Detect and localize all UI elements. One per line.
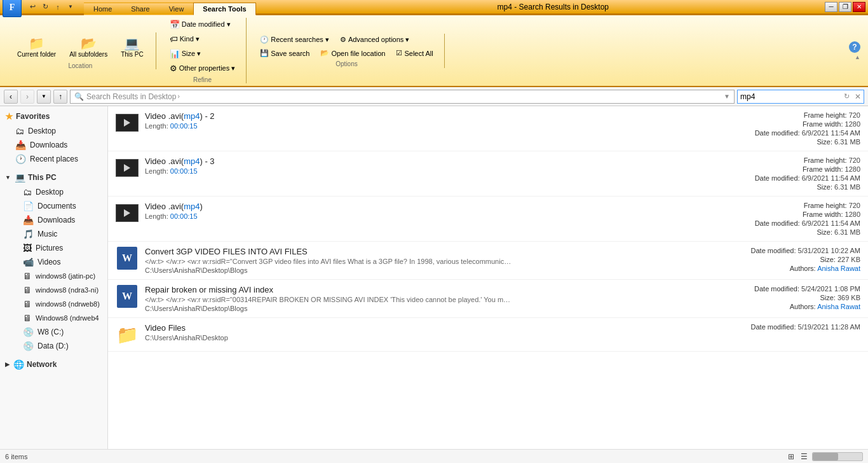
back-button[interactable]: ‹ xyxy=(4,90,18,104)
address-path[interactable]: 🔍 Search Results in Desktop › ▼ xyxy=(70,90,735,104)
up-button[interactable]: ↑ xyxy=(53,90,67,104)
downloads-icon: 📥 xyxy=(23,215,34,225)
tab-share[interactable]: Share xyxy=(121,3,159,15)
qat-redo[interactable]: ↻ xyxy=(39,1,51,13)
sidebar-item-desktop-fav[interactable]: 🗂 Desktop xyxy=(0,124,107,138)
breadcrumb-arrow: › xyxy=(177,93,179,100)
advanced-options-btn[interactable]: ⚙Advanced options ▾ xyxy=(336,34,414,46)
save-search-btn[interactable]: 💾Save search xyxy=(255,47,314,59)
favorites-section[interactable]: ★ Favorites xyxy=(0,109,107,124)
file-button[interactable]: F xyxy=(3,0,22,17)
recent-searches-btn[interactable]: 🕐Recent searches ▾ xyxy=(255,34,334,46)
result-item-6[interactable]: 📁 Video Files C:\Users\AnishaR\Desktop D… xyxy=(108,318,868,352)
minimize-button[interactable]: ─ xyxy=(825,2,837,12)
search-input[interactable] xyxy=(738,90,841,103)
result-item-3[interactable]: Video .avi(mp4) Length: 00:00:15 Frame h… xyxy=(108,197,868,242)
recent-locations-btn[interactable]: ▼ xyxy=(37,90,51,104)
search-refresh-btn[interactable]: ↻ xyxy=(841,92,852,100)
tab-home[interactable]: Home xyxy=(84,3,121,15)
path-dropdown-btn[interactable]: ▼ xyxy=(724,93,730,100)
sidebar-item-desktop-pc[interactable]: 🗂 Desktop xyxy=(0,185,107,199)
ribbon-tabs-header: Home Share View Search Tools xyxy=(81,0,281,15)
frame-width-1: Frame width: 1280 xyxy=(803,120,860,128)
result-title-2: Video .avi(mp4) - 3 xyxy=(145,156,682,166)
result-icon-6: 📁 xyxy=(116,323,139,346)
refine-buttons: 📅Date modified ▾ 🏷Kind ▾ 📊Size ▾ ⚙Other … xyxy=(165,18,240,75)
this-pc-label: This PC xyxy=(121,51,144,58)
qat-up[interactable]: ↑ xyxy=(52,1,64,13)
size-slider[interactable] xyxy=(812,452,863,461)
this-pc-btn[interactable]: 💻 This PC xyxy=(115,32,149,61)
result-main-6: Video Files C:\Users\AnishaR\Desktop xyxy=(145,323,682,342)
result-main-4: Convert 3GP VIDEO FILES INTO AVI FILES <… xyxy=(145,247,682,274)
documents-icon: 📄 xyxy=(23,201,34,211)
date-modified-3: Date modified: 6/9/2021 11:54 AM xyxy=(755,219,860,227)
save-icon: 💾 xyxy=(260,49,269,57)
result-item-2[interactable]: Video .avi(mp4) - 3 Length: 00:00:15 Fra… xyxy=(108,151,868,197)
sidebar-item-windows8-ndrweb8[interactable]: 🖥 windows8 (ndrweb8) xyxy=(0,297,107,311)
thispc-section[interactable]: ▼ 💻 This PC xyxy=(0,170,107,185)
network-section[interactable]: ▶ 🌐 Network xyxy=(0,357,107,372)
size-slider-thumb[interactable] xyxy=(813,453,838,460)
sidebar-item-recent-places[interactable]: 🕐 Recent places xyxy=(0,152,107,166)
result-item-1[interactable]: Video .avi(mp4) - 2 Length: 00:00:15 Fra… xyxy=(108,106,868,151)
sidebar-item-music[interactable]: 🎵 Music xyxy=(0,227,107,241)
open-file-location-btn[interactable]: 📂Open file location xyxy=(316,47,390,59)
result-item-5[interactable]: Repair broken or missing AVI index </w:t… xyxy=(108,280,868,318)
sidebar-item-downloads-fav[interactable]: 📥 Downloads xyxy=(0,138,107,152)
view-details-btn[interactable]: ☰ xyxy=(799,452,810,462)
highlight-3: mp4 xyxy=(184,202,200,211)
result-sub-2: Length: 00:00:15 xyxy=(145,167,682,175)
folder-icon-6: 📁 xyxy=(116,324,139,345)
view-large-icons-btn[interactable]: ⊞ xyxy=(786,452,796,462)
all-subfolders-btn[interactable]: 📂 All subfolders xyxy=(64,32,113,61)
computer-icon: 💻 xyxy=(15,172,25,183)
status-right: ⊞ ☰ xyxy=(786,452,863,462)
help-button[interactable]: ? xyxy=(849,41,860,53)
sidebar-item-downloads[interactable]: 📥 Downloads xyxy=(0,213,107,227)
close-button[interactable]: ✕ xyxy=(853,2,865,12)
forward-button[interactable]: › xyxy=(20,90,34,104)
size-btn[interactable]: 📊Size ▾ xyxy=(165,47,240,60)
result-icon-4 xyxy=(116,247,139,270)
sidebar-downloads-fav-label: Downloads xyxy=(30,141,67,149)
ribbon-help: ? ▲ xyxy=(849,41,863,60)
result-path-5: C:\Users\AnishaR\Desktop\Blogs xyxy=(145,305,682,312)
result-path-4: C:\Users\AnishaR\Desktop\Blogs xyxy=(145,266,682,274)
result-item-4[interactable]: Convert 3GP VIDEO FILES INTO AVI FILES <… xyxy=(108,242,868,280)
restore-button[interactable]: ❐ xyxy=(839,2,851,12)
quick-access-toolbar: ↩ ↻ ↑ ▼ xyxy=(27,1,76,13)
main-container: ★ Favorites 🗂 Desktop 📥 Downloads 🕐 Rece… xyxy=(0,106,868,463)
sidebar-item-datad[interactable]: 💿 Data (D:) xyxy=(0,339,107,353)
select-all-btn[interactable]: ☑Select All xyxy=(391,47,437,59)
sidebar-item-windows8-ndrweb4[interactable]: 🖥 Windows8 (ndrweb4 xyxy=(0,311,107,325)
options-row2: 💾Save search 📂Open file location ☑Select… xyxy=(255,47,437,59)
tab-view[interactable]: View xyxy=(159,3,194,15)
video-thumbnail-1 xyxy=(116,114,139,132)
qat-undo[interactable]: ↩ xyxy=(27,1,38,13)
sidebar: ★ Favorites 🗂 Desktop 📥 Downloads 🕐 Rece… xyxy=(0,106,108,463)
sidebar-item-w8c[interactable]: 💿 W8 (C:) xyxy=(0,325,107,339)
sidebar-item-documents[interactable]: 📄 Documents xyxy=(0,199,107,213)
qat-dropdown[interactable]: ▼ xyxy=(65,1,76,13)
ribbon-body: 📁 Current folder 📂 All subfolders 💻 This… xyxy=(0,14,868,87)
sidebar-item-windows8-jatin[interactable]: 🖥 windows8 (jatin-pc) xyxy=(0,269,107,283)
sidebar-downloads-label: Downloads xyxy=(37,216,75,225)
kind-btn[interactable]: 🏷Kind ▾ xyxy=(165,32,240,46)
result-title-4: Convert 3GP VIDEO FILES INTO AVI FILES xyxy=(145,247,682,256)
other-props-btn[interactable]: ⚙Other properties ▾ xyxy=(165,62,240,75)
date-modified-btn[interactable]: 📅Date modified ▾ xyxy=(165,18,240,31)
network-drive-4-icon: 🖥 xyxy=(23,313,32,323)
sidebar-item-pictures[interactable]: 🖼 Pictures xyxy=(0,241,107,255)
current-folder-label: Current folder xyxy=(17,51,56,58)
result-main-1: Video .avi(mp4) - 2 Length: 00:00:15 xyxy=(145,111,682,130)
all-subfolders-label: All subfolders xyxy=(69,51,107,58)
sidebar-item-windows8-ndra3[interactable]: 🖥 windows8 (ndra3-ni) xyxy=(0,283,107,297)
current-folder-btn[interactable]: 📁 Current folder xyxy=(11,32,62,61)
sidebar-item-videos[interactable]: 📹 Videos xyxy=(0,255,107,269)
result-main-2: Video .avi(mp4) - 3 Length: 00:00:15 xyxy=(145,156,682,175)
ribbon-collapse-btn[interactable]: ▲ xyxy=(855,54,860,60)
tab-search[interactable]: Search Tools xyxy=(193,3,255,15)
search-clear-btn[interactable]: ✕ xyxy=(852,92,864,101)
size-1: Size: 6.31 MB xyxy=(817,138,861,146)
